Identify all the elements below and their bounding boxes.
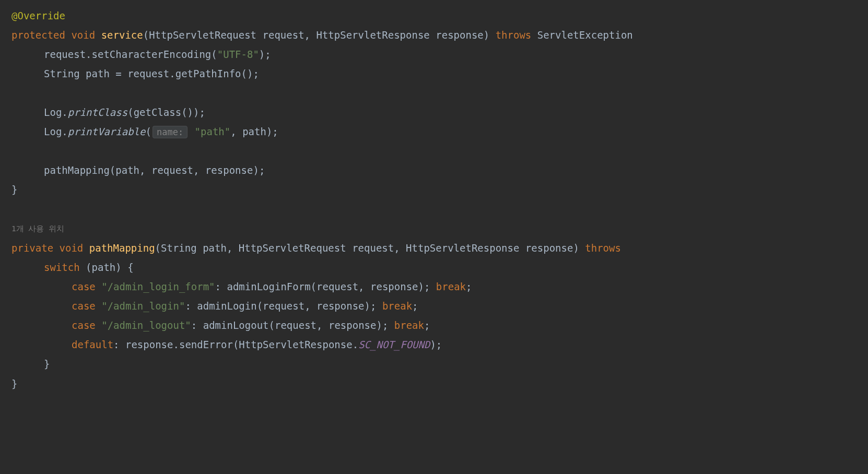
punct: , (193, 164, 205, 176)
punct: (); (241, 68, 259, 79)
punct: (path) { (80, 262, 134, 273)
arg: response (205, 164, 253, 176)
static-method: printClass (68, 106, 127, 118)
code-line[interactable]: } (11, 354, 868, 374)
code-line[interactable]: case "/admin_login_form": adminLoginForm… (11, 277, 868, 297)
keyword-private: private (11, 242, 53, 254)
class-ref: HttpServletResponse (239, 339, 352, 350)
method-call: adminLogin (197, 300, 256, 312)
identifier: response (125, 339, 173, 350)
keyword-void: void (60, 242, 84, 254)
code-line[interactable]: } (11, 180, 868, 199)
punct: ( (143, 29, 149, 41)
code-line[interactable]: default: response.sendError(HttpServletR… (11, 335, 868, 354)
keyword-case: case (72, 319, 96, 331)
variable: path (242, 126, 266, 137)
method-name: pathMapping (89, 242, 155, 254)
method-call: sendError (179, 339, 233, 350)
keyword-break: break (436, 281, 466, 292)
code-line[interactable]: request.setCharacterEncoding("UTF-8"); (11, 45, 868, 64)
punct: ); (266, 126, 278, 137)
code-editor[interactable]: @Override protected void service(HttpSer… (11, 6, 868, 394)
punct: : (215, 281, 227, 292)
arg: request (151, 164, 193, 176)
identifier: request (44, 49, 86, 60)
space (96, 319, 101, 331)
string-literal: "UTF-8" (217, 49, 259, 60)
punct: ( (211, 49, 217, 60)
punct: : (191, 319, 203, 331)
keyword-break: break (382, 300, 412, 312)
keyword-void: void (71, 29, 95, 41)
code-line[interactable]: } (11, 374, 868, 394)
keyword-break: break (394, 319, 424, 331)
type: HttpServletRequest (239, 242, 352, 254)
code-line[interactable]: @Override (11, 6, 868, 26)
punct: ); (259, 49, 271, 60)
brace-close: } (11, 184, 17, 195)
blank-line[interactable] (11, 199, 868, 219)
punct: ; (424, 319, 430, 331)
code-line[interactable]: protected void service(HttpServletReques… (11, 26, 868, 45)
punct: . (173, 339, 179, 350)
method-call: getClass() (134, 106, 193, 118)
keyword-case: case (72, 281, 96, 292)
punct: , (230, 126, 242, 137)
punct: ) (484, 29, 496, 41)
method-call: adminLoginForm (227, 281, 310, 292)
string-literal: "path" (195, 126, 231, 137)
punct: . (62, 106, 67, 118)
variable: path (86, 68, 110, 79)
type: HttpServletRequest (149, 29, 262, 41)
usage-hint[interactable]: 1개 사용 위치 (11, 219, 868, 239)
code-line[interactable]: Log.printClass(getClass()); (11, 103, 868, 122)
code-line[interactable]: case "/admin_login": adminLogin(request,… (11, 297, 868, 316)
punct: ; (412, 300, 418, 312)
arg: path (115, 164, 139, 176)
punct: . (62, 126, 67, 137)
punct: (request, response); (257, 300, 382, 312)
type: HttpServletResponse (406, 242, 525, 254)
keyword-switch: switch (44, 262, 80, 273)
blank-line[interactable] (11, 141, 868, 161)
punct: ( (233, 339, 239, 350)
punct: ); (430, 339, 442, 350)
method-call: pathMapping (44, 164, 110, 176)
punct: : (113, 339, 125, 350)
punct: ( (155, 242, 161, 254)
param: request (352, 242, 394, 254)
code-line[interactable]: String path = request.getPathInfo(); (11, 64, 868, 84)
param: request (263, 29, 304, 41)
punct: , (394, 242, 406, 254)
blank-line[interactable] (11, 84, 868, 103)
keyword-default: default (72, 339, 113, 350)
string-literal: "/admin_login_form" (101, 281, 215, 292)
code-line[interactable]: switch (path) { (11, 258, 868, 277)
space (189, 126, 194, 137)
code-line[interactable]: private void pathMapping(String path, Ht… (11, 239, 868, 258)
constant: SC_NOT_FOUND (358, 339, 430, 350)
static-method: printVariable (68, 126, 146, 137)
type: ServletException (531, 29, 632, 41)
brace-close: } (44, 358, 50, 370)
keyword-protected: protected (11, 29, 65, 41)
code-line[interactable]: pathMapping(path, request, response); (11, 161, 868, 180)
method-call: adminLogout (203, 319, 269, 331)
code-line[interactable]: case "/admin_logout": adminLogout(reques… (11, 316, 868, 335)
type: String (44, 68, 86, 79)
code-line[interactable]: Log.printVariable(name: "path", path); (11, 122, 868, 141)
method-call: getPathInfo (175, 68, 241, 79)
punct: : (185, 300, 197, 312)
punct: , (139, 164, 151, 176)
keyword-throws: throws (585, 242, 621, 254)
class-ref: Log (44, 126, 62, 137)
method-call: setCharacterEncoding (92, 49, 212, 60)
punct: . (353, 339, 358, 350)
keyword-throws: throws (496, 29, 532, 41)
punct: ( (146, 126, 151, 137)
punct: , (227, 242, 239, 254)
identifier: request (127, 68, 169, 79)
param: response (436, 29, 484, 41)
method-name: service (101, 29, 143, 41)
punct: , (304, 29, 316, 41)
